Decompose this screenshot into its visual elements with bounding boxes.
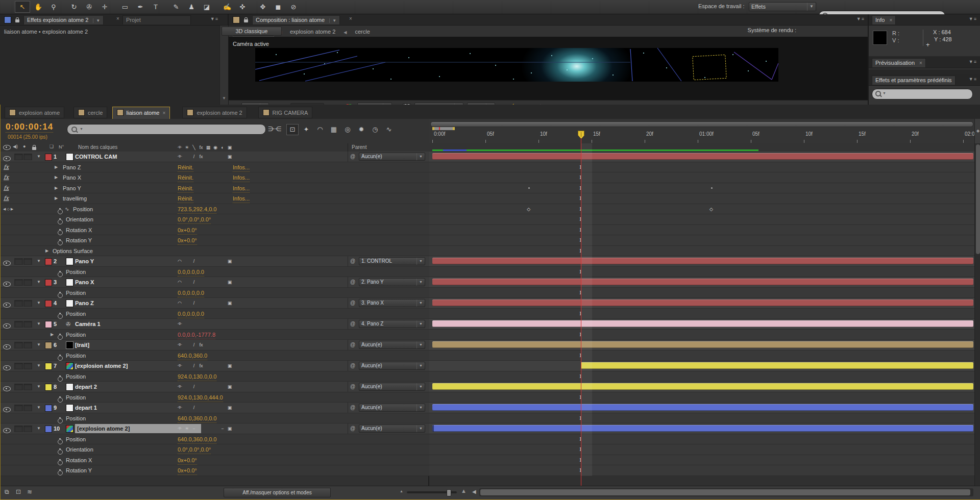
property-row[interactable]: ▶Position0.0,0.0,-1777.8 [1,330,429,340]
layer-switch-5[interactable] [212,403,219,413]
property-name[interactable]: Position [66,392,86,403]
disclosure-triangle[interactable]: ▶ [55,183,58,193]
disclosure-triangle[interactable]: ▶ [55,162,58,172]
expand-render-time-icon[interactable]: ⊡ [16,488,21,495]
audio-cell[interactable] [14,363,23,369]
property-name[interactable]: Rotation Y [66,235,92,245]
disclosure-triangle[interactable]: ▼ [37,277,41,287]
parent-select[interactable]: Aucun(e)▼ [359,362,425,370]
layer-track-row[interactable] [429,277,974,288]
effect-info[interactable]: Infos... [233,194,250,203]
layer-switch-7[interactable] [226,319,233,329]
layer-switch-5[interactable] [212,423,219,434]
layer-switch-5[interactable] [212,319,219,329]
audio-cell[interactable] [14,384,23,390]
property-name[interactable]: Position [73,204,93,214]
layer-track-row[interactable] [429,403,974,413]
visibility-toggle[interactable] [3,384,11,389]
visibility-toggle[interactable] [3,259,11,264]
audio-cell[interactable] [14,426,23,432]
layer-switch-2[interactable]: / [190,361,198,371]
layer-switch-3[interactable] [198,319,205,329]
layer-switch-6[interactable] [219,298,226,308]
layer-switch-0[interactable]: ·Φ· [176,319,183,329]
layer-switch-6[interactable] [219,277,226,287]
panel-menu-icon[interactable]: ▼≡ [969,59,977,64]
layer-switch-6[interactable]: − [219,423,226,434]
axis-view-icon[interactable]: ⊘ [286,1,301,13]
roto-brush-tool-icon[interactable]: ✍ [220,1,234,13]
effect-reset[interactable]: Réinit. [178,173,193,182]
solo-cell[interactable] [23,342,32,348]
layer-track-row[interactable] [429,340,974,351]
layer-switch-7[interactable]: ▣ [226,382,233,392]
time-navigator-bar[interactable] [430,121,973,127]
layer-row-9[interactable]: ▼9depart 1·Φ·/▣@Aucun(e)▼ [1,403,429,413]
scrollbar-vertical[interactable]: ▼ [219,26,228,105]
layer-duration-bar[interactable] [432,404,973,411]
stopwatch-icon[interactable] [58,458,63,463]
comp-marker-button[interactable]: ◆ [974,119,980,143]
property-row[interactable]: Position640.0,360.0,0.0 [1,413,429,424]
hide-shy-icon[interactable]: ◠ [314,124,326,135]
layer-row-4[interactable]: ▼4Pano Z◠/▣@3. Pano X▼ [1,298,429,309]
effect-info[interactable]: Infos... [233,173,250,182]
layer-row-8[interactable]: ▼8depart 2·Φ·/▣@Aucun(e)▼ [1,382,429,392]
layer-name[interactable]: [explosion atome 2] [75,361,128,371]
layer-switch-1[interactable] [183,152,190,162]
layer-name[interactable]: Pano X [75,277,94,287]
parent-select[interactable]: 4. Pano Z▼ [359,320,425,328]
pick-whip-icon[interactable]: @ [350,403,355,413]
layer-switch-3[interactable] [198,423,205,434]
timeline-search[interactable]: ▼ [67,124,266,135]
layer-row-7[interactable]: ▼7[explosion atome 2]·Φ·/fx▣@Aucun(e)▼ [1,361,429,371]
pick-whip-icon[interactable]: @ [350,298,355,308]
property-row[interactable]: Rotation X0x+0.0° [1,225,429,236]
layer-switch-5[interactable] [212,256,219,266]
keyframe-icon[interactable]: ◇ [527,207,530,212]
layer-duration-bar[interactable] [432,258,973,264]
layer-switch-2[interactable]: / [190,152,198,162]
property-track-row[interactable]: I [429,434,974,445]
layer-duration-bar[interactable] [432,425,973,432]
layer-switch-6[interactable] [219,361,226,371]
close-icon[interactable]: × [162,110,165,116]
pick-whip-icon[interactable]: @ [350,382,355,392]
layer-switch-1[interactable] [183,340,190,350]
parent-select[interactable]: 3. Pano X▼ [359,299,425,307]
property-track-row[interactable]: I [429,183,974,194]
layer-track-row[interactable] [429,423,974,434]
property-value[interactable]: 0.0,0.0,-1777.8 [178,331,215,339]
label-color-swatch[interactable] [45,154,52,161]
layer-switch-6[interactable] [219,152,226,162]
visibility-toggle[interactable] [3,321,11,327]
comp-mini-flowchart-icon[interactable]: ⊡ [286,124,299,135]
layer-duration-bar[interactable] [432,341,973,348]
layer-switch-6[interactable] [219,256,226,266]
layer-switch-4[interactable] [205,423,212,434]
work-area-bar[interactable] [432,127,455,130]
zoom-in-mountain-icon[interactable]: ▲ [461,488,467,494]
layer-switch-6[interactable] [219,319,226,329]
tab-effects-presets[interactable]: Effets et paramètres prédéfinis [872,76,955,85]
timeline-zoom-slider[interactable] [407,491,457,493]
audio-cell[interactable] [14,300,23,307]
layer-switch-1[interactable]: ☀ [183,423,190,434]
layer-switch-2[interactable]: / [190,340,198,350]
timeline-tab-RIG-CAMERA[interactable]: RIG CAMERA [258,107,313,118]
zoom-tool-icon[interactable]: ⚲ [46,1,61,13]
stopwatch-icon[interactable] [58,447,63,453]
scroll-thumb[interactable] [480,489,970,495]
pick-whip-icon[interactable]: @ [350,361,355,371]
scroll-arrow-icon[interactable]: ▼ [222,96,226,101]
audio-cell[interactable] [14,405,23,411]
close-icon[interactable]: × [349,16,352,21]
layer-switch-2[interactable]: − [190,423,198,434]
tab-info[interactable]: Info × [872,15,896,24]
solo-cell[interactable] [23,426,32,432]
property-name[interactable]: Position [66,267,86,277]
disclosure-triangle[interactable]: ▶ [55,193,58,204]
layer-switch-4[interactable] [205,340,212,350]
layer-switch-2[interactable]: / [190,403,198,413]
layer-switch-6[interactable] [219,403,226,413]
